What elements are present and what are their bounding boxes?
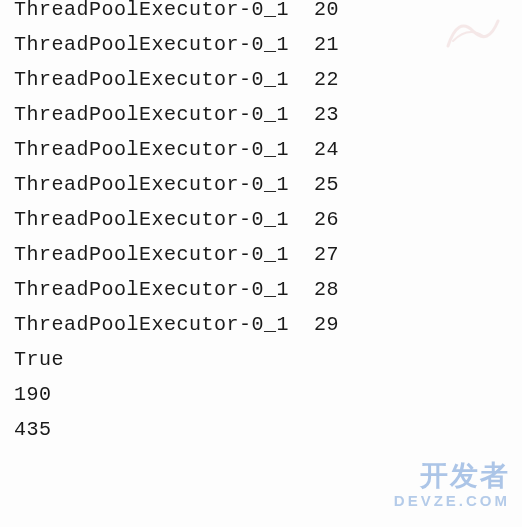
console-line: True [14,342,522,377]
console-line: ThreadPoolExecutor-0_1 22 [14,62,522,97]
thread-value: 26 [314,208,339,231]
watermark-line1: 开发者 [394,460,510,492]
console-line: 435 [14,412,522,447]
thread-name: ThreadPoolExecutor-0_1 [14,278,289,301]
console-line: ThreadPoolExecutor-0_1 24 [14,132,522,167]
watermark-line2: DEVZE.COM [394,492,510,509]
thread-name: ThreadPoolExecutor-0_1 [14,33,289,56]
console-line: ThreadPoolExecutor-0_1 20 [14,0,522,27]
console-line: 190 [14,377,522,412]
thread-value: 20 [314,0,339,21]
thread-name: ThreadPoolExecutor-0_1 [14,313,289,336]
thread-name: ThreadPoolExecutor-0_1 [14,243,289,266]
thread-value: 27 [314,243,339,266]
thread-name: ThreadPoolExecutor-0_1 [14,0,289,21]
thread-name: ThreadPoolExecutor-0_1 [14,138,289,161]
console-line: ThreadPoolExecutor-0_1 25 [14,167,522,202]
console-output: ThreadPoolExecutor-0_1 20ThreadPoolExecu… [14,0,522,447]
thread-name: ThreadPoolExecutor-0_1 [14,103,289,126]
console-line: ThreadPoolExecutor-0_1 27 [14,237,522,272]
thread-name: ThreadPoolExecutor-0_1 [14,68,289,91]
thread-value: 22 [314,68,339,91]
thread-value: 21 [314,33,339,56]
thread-value: 25 [314,173,339,196]
watermark: 开发者 DEVZE.COM [394,460,510,509]
thread-value: 23 [314,103,339,126]
thread-value: 28 [314,278,339,301]
console-line: ThreadPoolExecutor-0_1 26 [14,202,522,237]
console-line: ThreadPoolExecutor-0_1 28 [14,272,522,307]
thread-value: 29 [314,313,339,336]
console-line: ThreadPoolExecutor-0_1 23 [14,97,522,132]
console-line: ThreadPoolExecutor-0_1 21 [14,27,522,62]
thread-value: 24 [314,138,339,161]
thread-name: ThreadPoolExecutor-0_1 [14,173,289,196]
console-line: ThreadPoolExecutor-0_1 29 [14,307,522,342]
thread-name: ThreadPoolExecutor-0_1 [14,208,289,231]
